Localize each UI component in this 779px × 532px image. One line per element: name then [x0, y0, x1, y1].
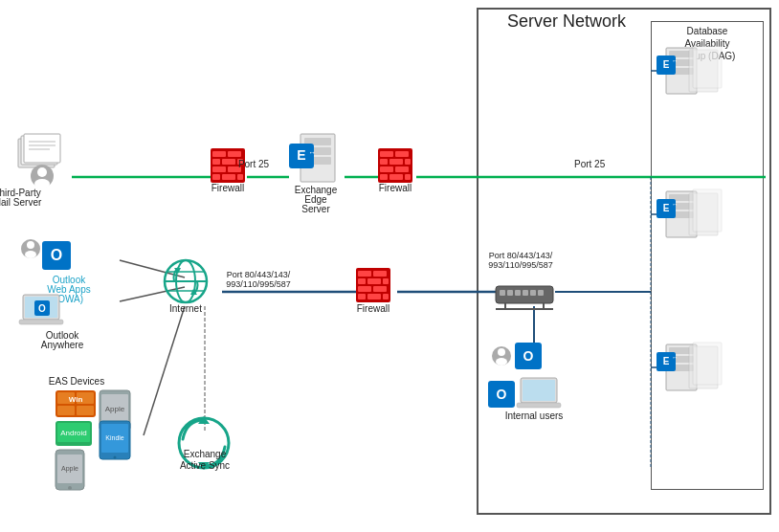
svg-rect-45 [405, 159, 411, 165]
firewall1-label: Firewall [211, 183, 244, 193]
svg-rect-76 [358, 294, 366, 299]
svg-text:↔: ↔ [308, 148, 316, 157]
exchange-active-sync-label2: Active Sync [180, 460, 230, 471]
svg-text:O: O [51, 247, 62, 263]
internal-laptop-icon [517, 378, 561, 408]
svg-rect-83 [523, 290, 528, 296]
svg-rect-26 [222, 159, 235, 165]
svg-rect-49 [390, 174, 403, 180]
svg-rect-149 [693, 343, 722, 385]
svg-rect-93 [77, 406, 94, 415]
svg-rect-121 [523, 380, 555, 401]
exchange-active-sync-label1: Exchange [184, 449, 227, 459]
svg-text:Apple: Apple [105, 405, 125, 413]
port-multi-left-label2: 993/110/995/587 [226, 279, 291, 289]
svg-rect-28 [212, 166, 226, 172]
svg-text:↔: ↔ [672, 57, 679, 64]
internal-o2-icon: O [488, 381, 515, 408]
svg-text:E: E [663, 356, 670, 366]
svg-rect-74 [358, 286, 371, 292]
eas-devices-label: EAS Devices [49, 376, 104, 387]
svg-rect-50 [405, 174, 411, 180]
svg-rect-69 [358, 271, 371, 277]
internal-users-label: Internal users [505, 410, 564, 421]
svg-rect-71 [358, 278, 366, 284]
svg-rect-72 [367, 278, 381, 284]
svg-text:↔: ↔ [672, 354, 679, 361]
edge-server-icon: E ↔ [289, 134, 335, 182]
svg-rect-140 [693, 189, 722, 232]
svg-text:Apple: Apple [61, 465, 78, 473]
port-multi-right-label1: Port 80/443/143/ [489, 251, 553, 260]
svg-point-114 [498, 348, 505, 356]
svg-rect-15 [24, 134, 60, 163]
svg-text:E: E [663, 59, 670, 70]
svg-rect-122 [517, 403, 561, 408]
svg-rect-31 [222, 174, 235, 180]
svg-point-115 [496, 358, 507, 366]
firewall3-label: Firewall [357, 303, 390, 314]
svg-rect-44 [390, 159, 403, 165]
svg-text:Android: Android [60, 429, 87, 437]
outlook-anywhere-icon: O [19, 295, 63, 324]
internet-icon [165, 260, 207, 302]
edge-server-label3: Server [301, 204, 330, 214]
internal-outlook-icon: O [515, 343, 542, 369]
svg-text:O: O [38, 303, 46, 314]
svg-text:O: O [497, 387, 507, 402]
svg-rect-85 [538, 290, 544, 296]
port-multi-right-label2: 993/110/995/587 [488, 260, 553, 270]
outlook-anywhere-label2: Anywhere [41, 340, 84, 350]
firewall3-icon [356, 268, 390, 302]
svg-rect-131 [693, 46, 722, 88]
svg-rect-46 [380, 166, 393, 172]
svg-text:Kindle: Kindle [105, 434, 124, 441]
port25-left-label: Port 25 [238, 159, 270, 169]
owa-outlook-icon: O [42, 241, 71, 270]
svg-rect-73 [383, 278, 389, 284]
svg-rect-47 [395, 166, 409, 172]
svg-line-11 [144, 306, 185, 435]
svg-rect-77 [367, 294, 381, 299]
svg-rect-58 [19, 320, 63, 324]
owa-icon [21, 239, 40, 258]
svg-rect-48 [380, 174, 388, 180]
svg-rect-75 [373, 286, 387, 292]
svg-rect-30 [212, 174, 220, 180]
svg-rect-92 [57, 406, 75, 415]
svg-rect-42 [395, 151, 409, 157]
android-phone-icon: Android [56, 421, 92, 446]
switch-icon [496, 286, 553, 309]
third-party-label2: Mail Server [0, 197, 42, 208]
svg-rect-78 [383, 294, 389, 299]
svg-rect-43 [380, 159, 388, 165]
svg-point-53 [25, 251, 36, 258]
svg-rect-84 [530, 290, 536, 296]
svg-rect-82 [515, 290, 521, 296]
svg-text:Win: Win [69, 395, 83, 404]
svg-rect-23 [212, 151, 226, 157]
svg-rect-24 [228, 151, 241, 157]
svg-text:E: E [663, 203, 670, 213]
apple-phone-icon: Apple [56, 450, 84, 490]
svg-point-52 [27, 241, 34, 249]
port-multi-left-label1: Port 80/443/143/ [227, 270, 291, 279]
port25-right-label: Port 25 [574, 159, 606, 169]
svg-rect-80 [500, 290, 505, 296]
svg-text:O: O [523, 348, 534, 364]
firewall2-icon [378, 148, 412, 183]
svg-text:E: E [297, 147, 305, 163]
svg-rect-81 [507, 290, 513, 296]
svg-rect-41 [380, 151, 393, 157]
third-party-icon [18, 134, 60, 188]
kindle-icon: Kindle [100, 421, 130, 459]
windows-phone-icon: Win [56, 390, 96, 417]
svg-point-108 [68, 486, 72, 490]
svg-text:↔: ↔ [672, 201, 679, 208]
diagram-svg: Third-Party Mail Server Firewall Port 25… [0, 0, 779, 532]
svg-point-20 [37, 167, 47, 177]
svg-rect-70 [373, 271, 387, 277]
svg-point-104 [114, 456, 117, 459]
internet-label: Internet [169, 303, 202, 314]
firewall2-label: Firewall [379, 183, 412, 193]
